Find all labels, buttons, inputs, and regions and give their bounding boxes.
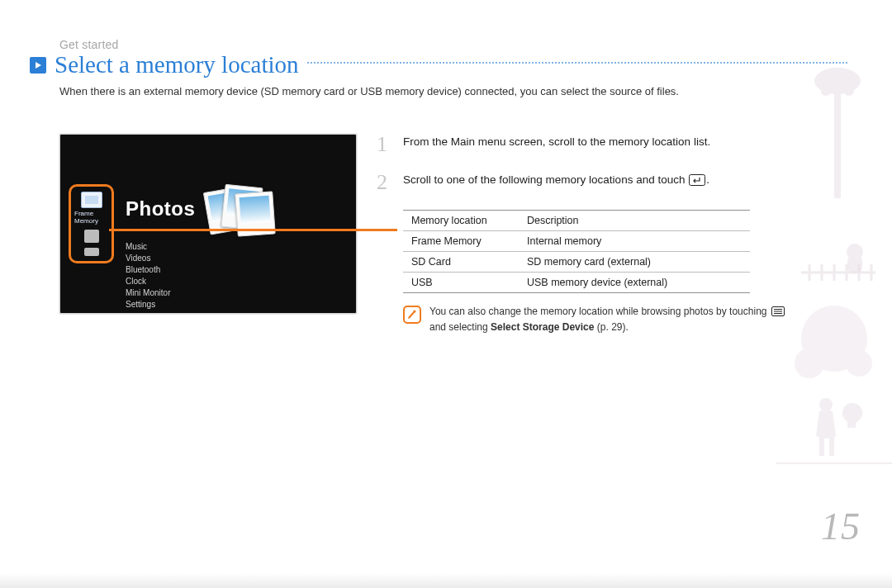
table-row: USBUSB memory device (external) bbox=[403, 273, 750, 293]
table-row: SD CardSD memory card (external) bbox=[403, 252, 750, 273]
page-number: 15 bbox=[821, 505, 861, 548]
device-menu-item: Music bbox=[126, 242, 356, 251]
device-menu-item: Clock bbox=[126, 277, 356, 286]
step-text: From the Main menu screen, scroll to the… bbox=[403, 134, 833, 155]
table-header-cell: Memory location bbox=[403, 211, 519, 231]
device-menu-item: Settings bbox=[126, 300, 356, 309]
svg-rect-13 bbox=[847, 421, 856, 428]
memory-location-table: Memory location Description Frame Memory… bbox=[403, 210, 750, 293]
device-menu-item: Bluetooth bbox=[126, 265, 356, 274]
table-header-row: Memory location Description bbox=[403, 211, 750, 231]
svg-rect-14 bbox=[776, 462, 892, 464]
svg-marker-15 bbox=[36, 62, 41, 69]
device-menu-item: Mini Monitor bbox=[126, 288, 356, 297]
table-row: Frame MemoryInternal memory bbox=[403, 231, 750, 252]
svg-rect-0 bbox=[834, 83, 841, 198]
svg-rect-16 bbox=[690, 175, 705, 186]
photo-thumbnails-icon bbox=[206, 184, 271, 234]
table-header-cell: Description bbox=[519, 211, 750, 231]
svg-rect-11 bbox=[829, 436, 834, 456]
step-number: 2 bbox=[377, 172, 393, 193]
step-number: 1 bbox=[377, 134, 393, 155]
menu-icon bbox=[771, 306, 785, 320]
page-title: Select a memory location bbox=[55, 51, 299, 78]
storage-frame-memory: Frame Memory bbox=[74, 192, 108, 225]
device-section-label: Photos bbox=[126, 197, 195, 220]
svg-point-9 bbox=[819, 398, 833, 411]
intro-text: When there is an external memory device … bbox=[59, 84, 842, 99]
breadcrumb: Get started bbox=[59, 38, 118, 51]
step-1: 1 From the Main menu screen, scroll to t… bbox=[377, 134, 833, 155]
step-text: Scroll to one of the following memory lo… bbox=[403, 172, 833, 193]
svg-point-4 bbox=[847, 244, 863, 260]
svg-rect-5 bbox=[847, 256, 862, 273]
device-screenshot: Frame Memory Photos Music Videos Bluetoo… bbox=[59, 134, 357, 314]
enter-icon bbox=[688, 174, 706, 191]
page-bottom-shadow bbox=[0, 573, 892, 588]
svg-point-17 bbox=[414, 311, 416, 313]
dotted-rule bbox=[307, 62, 847, 64]
callout-connector-line bbox=[109, 229, 397, 231]
storage-sd-card bbox=[84, 230, 99, 243]
storage-selector-highlight: Frame Memory bbox=[69, 184, 114, 263]
svg-point-3 bbox=[844, 86, 854, 96]
svg-point-7 bbox=[795, 349, 824, 378]
note-callout: You can also change the memory location … bbox=[403, 305, 799, 335]
svg-point-8 bbox=[846, 350, 872, 377]
svg-rect-10 bbox=[819, 436, 824, 456]
device-menu-item: Videos bbox=[126, 254, 356, 263]
note-icon bbox=[403, 306, 421, 324]
svg-point-12 bbox=[842, 403, 862, 423]
step-2: 2 Scroll to one of the following memory … bbox=[377, 172, 833, 193]
section-play-icon bbox=[30, 57, 46, 74]
storage-usb bbox=[84, 248, 99, 256]
